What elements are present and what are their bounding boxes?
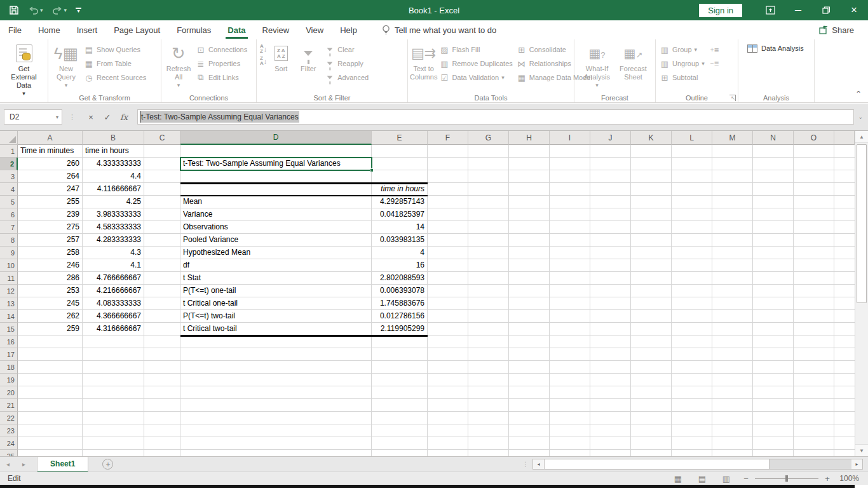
cell-B16[interactable]	[83, 336, 144, 348]
row-header-12[interactable]: 12	[0, 285, 18, 297]
properties-button[interactable]: ≣Properties	[194, 57, 249, 71]
cell-N16[interactable]	[753, 336, 794, 348]
cell-L23[interactable]	[672, 424, 712, 437]
cell-I14[interactable]	[550, 310, 590, 323]
text-to-columns-button[interactable]: ▤⇉ Text to Columns	[410, 41, 437, 81]
cell-L7[interactable]	[672, 221, 712, 234]
cell-J13[interactable]	[590, 297, 631, 310]
group-button[interactable]: ▥Group▾	[658, 43, 707, 57]
cell-L12[interactable]	[672, 285, 712, 297]
cell-L19[interactable]	[672, 374, 712, 386]
tab-insert[interactable]: Insert	[69, 22, 106, 39]
cell-B18[interactable]	[83, 361, 144, 374]
cell-B15[interactable]: 4.316666667	[83, 323, 144, 336]
cell-C24[interactable]	[144, 437, 180, 450]
row-header-8[interactable]: 8	[0, 234, 18, 247]
row-header-21[interactable]: 21	[0, 399, 18, 412]
cell-H17[interactable]	[509, 348, 550, 361]
cell-I6[interactable]	[550, 208, 590, 221]
cell-K12[interactable]	[631, 285, 672, 297]
cell-H5[interactable]	[509, 196, 550, 208]
cell-N2[interactable]	[753, 158, 794, 170]
cell-C19[interactable]	[144, 374, 180, 386]
cell-C12[interactable]	[144, 285, 180, 297]
undo-icon[interactable]: ▾	[28, 6, 43, 15]
cell-J16[interactable]	[590, 336, 631, 348]
cell-C15[interactable]	[144, 323, 180, 336]
column-header-D[interactable]: D	[180, 131, 372, 145]
cell-J3[interactable]	[590, 170, 631, 183]
cell-O9[interactable]	[794, 247, 834, 259]
tell-me-box[interactable]: Tell me what you want to do	[382, 25, 496, 35]
tab-help[interactable]: Help	[332, 22, 365, 39]
cell-C4[interactable]	[144, 183, 180, 196]
cell-B23[interactable]	[83, 424, 144, 437]
normal-view-icon[interactable]: ▦	[666, 474, 690, 484]
row-header-14[interactable]: 14	[0, 310, 18, 323]
cell-M4[interactable]	[712, 183, 753, 196]
cell-M11[interactable]	[712, 272, 753, 285]
column-header-K[interactable]: K	[631, 131, 672, 145]
zoom-slider-thumb[interactable]	[785, 475, 788, 482]
cell-C14[interactable]	[144, 310, 180, 323]
filter-button[interactable]: Filter	[294, 41, 323, 73]
cell-I22[interactable]	[550, 412, 590, 424]
cell-D10[interactable]: df	[180, 259, 372, 272]
cell-K3[interactable]	[631, 170, 672, 183]
cell-M6[interactable]	[712, 208, 753, 221]
from-table-button[interactable]: ▦From Table	[82, 57, 148, 71]
cell-J23[interactable]	[590, 424, 631, 437]
row-header-5[interactable]: 5	[0, 196, 18, 208]
cell-O8[interactable]	[794, 234, 834, 247]
cell-F16[interactable]	[428, 336, 468, 348]
cell-K1[interactable]	[631, 145, 672, 158]
cell-I21[interactable]	[550, 399, 590, 412]
close-button[interactable]: ×	[840, 0, 868, 20]
cell-K19[interactable]	[631, 374, 672, 386]
cell-F14[interactable]	[428, 310, 468, 323]
cell-L25[interactable]	[672, 450, 712, 456]
cell-D4[interactable]	[180, 183, 372, 196]
cell-E4[interactable]: time in hours	[372, 183, 428, 196]
column-header-M[interactable]: M	[712, 131, 753, 145]
cell-D22[interactable]	[180, 412, 372, 424]
outline-dialog-launcher-icon[interactable]: ↘	[729, 95, 736, 101]
cell-E17[interactable]	[372, 348, 428, 361]
cell-N5[interactable]	[753, 196, 794, 208]
cell-B8[interactable]: 4.283333333	[83, 234, 144, 247]
cell-K9[interactable]	[631, 247, 672, 259]
cell-J10[interactable]	[590, 259, 631, 272]
confirm-entry-icon[interactable]: ✓	[99, 109, 116, 125]
cell-F13[interactable]	[428, 297, 468, 310]
cell-L11[interactable]	[672, 272, 712, 285]
cell-D2[interactable]: t-Test: Two-Sample Assuming Equal Varian…	[180, 158, 372, 170]
cell-N22[interactable]	[753, 412, 794, 424]
cell-D24[interactable]	[180, 437, 372, 450]
show-queries-button[interactable]: ▤Show Queries	[82, 43, 148, 57]
cell-D7[interactable]: Observations	[180, 221, 372, 234]
cell-O15[interactable]	[794, 323, 834, 336]
cell-F25[interactable]	[428, 450, 468, 456]
cell-I16[interactable]	[550, 336, 590, 348]
cell-H21[interactable]	[509, 399, 550, 412]
cell-M15[interactable]	[712, 323, 753, 336]
cell-L15[interactable]	[672, 323, 712, 336]
cell-L16[interactable]	[672, 336, 712, 348]
cell-B6[interactable]: 3.983333333	[83, 208, 144, 221]
undo-dropdown-icon[interactable]: ▾	[40, 7, 43, 13]
cell-A9[interactable]: 258	[18, 247, 83, 259]
cell-B3[interactable]: 4.4	[83, 170, 144, 183]
cell-O14[interactable]	[794, 310, 834, 323]
cell-A3[interactable]: 264	[18, 170, 83, 183]
cell-A6[interactable]: 239	[18, 208, 83, 221]
cell-A23[interactable]	[18, 424, 83, 437]
row-header-25[interactable]: 25	[0, 450, 18, 456]
data-analysis-button[interactable]: Data Analysis	[745, 41, 806, 55]
cell-O23[interactable]	[794, 424, 834, 437]
forecast-sheet-button[interactable]: ▦↗ Forecast Sheet	[616, 41, 651, 81]
cell-D5[interactable]: Mean	[180, 196, 372, 208]
cell-H25[interactable]	[509, 450, 550, 456]
cell-N4[interactable]	[753, 183, 794, 196]
cell-A11[interactable]: 286	[18, 272, 83, 285]
cell-B25[interactable]	[83, 450, 144, 456]
